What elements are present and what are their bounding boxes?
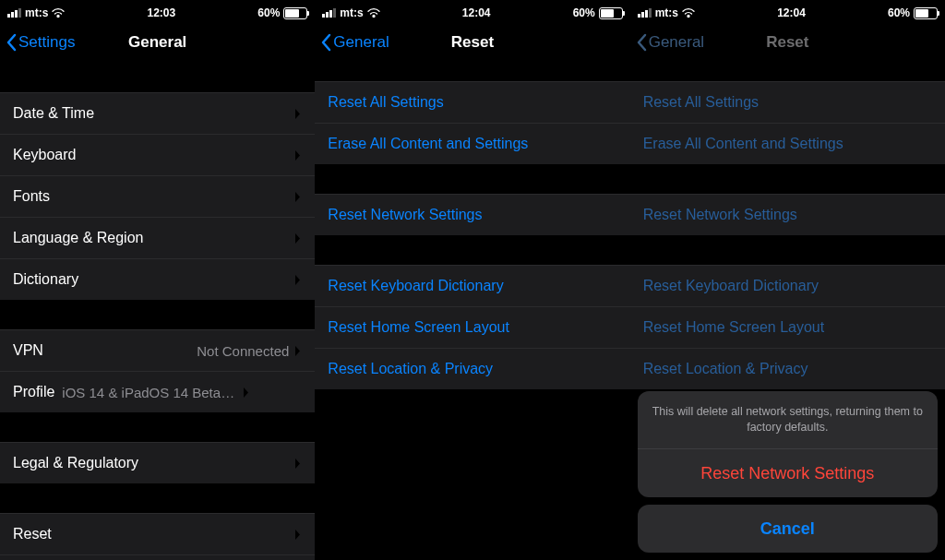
row-label: Profile <box>13 384 54 400</box>
wifi-icon <box>52 8 65 18</box>
clock: 12:04 <box>777 6 806 19</box>
row-fonts[interactable]: Fonts <box>0 176 315 218</box>
row-reset-home-layout[interactable]: Reset Home Screen Layout <box>315 307 629 349</box>
phone-reset: mt:s 12:04 60% General Reset Reset All S… <box>315 0 629 560</box>
chevron-right-icon <box>294 529 302 541</box>
row-label: Reset All Settings <box>328 94 616 111</box>
row-label: Reset Home Screen Layout <box>643 319 932 336</box>
status-bar: mt:s 12:03 60% <box>0 0 315 22</box>
back-button[interactable]: Settings <box>0 33 75 52</box>
chevron-right-icon <box>294 191 302 203</box>
chevron-right-icon <box>294 458 302 470</box>
battery-percent: 60% <box>888 6 910 19</box>
row-reset-keyboard-dict[interactable]: Reset Keyboard Dictionary <box>315 266 629 307</box>
chevron-right-icon <box>294 232 302 244</box>
row-legal[interactable]: Legal & Regulatory <box>0 443 315 483</box>
carrier-label: mt:s <box>655 6 678 19</box>
row-label: Legal & Regulatory <box>13 455 294 471</box>
signal-icon <box>638 8 652 18</box>
wifi-icon <box>367 8 380 18</box>
row-label: Language & Region <box>13 230 294 246</box>
row-label: Reset Keyboard Dictionary <box>643 278 932 294</box>
carrier-label: mt:s <box>25 6 48 19</box>
chevron-left-icon <box>6 33 17 52</box>
row-label: VPN <box>13 342 197 359</box>
row-label: Erase All Content and Settings <box>643 136 932 152</box>
row-label: Keyboard <box>13 147 294 163</box>
row-reset-keyboard-dict: Reset Keyboard Dictionary <box>630 266 945 307</box>
row-label: Reset Home Screen Layout <box>328 319 616 336</box>
row-keyboard[interactable]: Keyboard <box>0 135 315 176</box>
back-label: General <box>649 33 704 52</box>
row-reset-location-privacy[interactable]: Reset Location & Privacy <box>315 349 629 389</box>
row-label: Reset Location & Privacy <box>643 361 932 377</box>
row-label: Dictionary <box>13 271 294 288</box>
signal-icon <box>7 8 21 18</box>
action-sheet: This will delete all network settings, r… <box>638 391 938 553</box>
row-language-region[interactable]: Language & Region <box>0 218 315 259</box>
row-label: Reset Location & Privacy <box>328 361 616 377</box>
phone-general: mt:s 12:03 60% Settings General Date & T… <box>0 0 315 560</box>
clock: 12:03 <box>147 6 175 19</box>
chevron-right-icon <box>243 387 250 399</box>
row-erase-all[interactable]: Erase All Content and Settings <box>315 124 629 164</box>
row-label: Reset Network Settings <box>328 207 616 223</box>
back-label: General <box>333 33 389 52</box>
status-bar: mt:s 12:04 60% <box>315 0 629 22</box>
row-reset-all-settings: Reset All Settings <box>630 82 945 124</box>
nav-bar: General Reset <box>315 22 629 63</box>
battery-icon <box>599 7 623 19</box>
row-profile[interactable]: ProfileiOS 14 & iPadOS 14 Beta Softwar..… <box>0 372 315 412</box>
row-shut-down[interactable]: Shut Down <box>0 555 315 560</box>
row-label: Reset <box>13 526 294 542</box>
back-label: Settings <box>18 33 75 52</box>
wifi-icon <box>682 8 695 18</box>
back-button[interactable]: General <box>315 33 389 52</box>
row-label: Reset Keyboard Dictionary <box>328 278 616 294</box>
row-label: Fonts <box>13 188 294 205</box>
nav-bar: General Reset <box>630 22 945 63</box>
row-reset-network[interactable]: Reset Network Settings <box>315 195 629 235</box>
row-value: iOS 14 & iPadOS 14 Beta Softwar... <box>62 385 237 400</box>
row-reset-all-settings[interactable]: Reset All Settings <box>315 82 629 124</box>
row-reset-network: Reset Network Settings <box>630 195 945 235</box>
confirm-reset-button[interactable]: Reset Network Settings <box>638 449 938 497</box>
battery-percent: 60% <box>257 6 280 19</box>
clock: 12:04 <box>462 6 491 19</box>
status-bar: mt:s 12:04 60% <box>630 0 945 22</box>
carrier-label: mt:s <box>340 6 363 19</box>
chevron-right-icon <box>294 149 302 161</box>
chevron-left-icon <box>320 33 331 52</box>
chevron-right-icon <box>294 108 302 120</box>
row-label: Date & Time <box>13 105 294 122</box>
row-dictionary[interactable]: Dictionary <box>0 259 315 300</box>
action-sheet-message: This will delete all network settings, r… <box>638 391 938 449</box>
row-label: Reset All Settings <box>643 94 932 111</box>
chevron-left-icon <box>636 33 647 52</box>
chevron-right-icon <box>294 345 302 357</box>
nav-bar: Settings General <box>0 22 315 63</box>
row-date-time[interactable]: Date & Time <box>0 93 315 135</box>
chevron-right-icon <box>294 274 302 286</box>
signal-icon <box>322 8 336 18</box>
battery-icon <box>914 7 938 19</box>
row-label: Erase All Content and Settings <box>328 136 616 152</box>
row-erase-all: Erase All Content and Settings <box>630 124 945 164</box>
row-label: Reset Network Settings <box>643 207 932 223</box>
back-button: General <box>630 33 704 52</box>
phone-reset-confirm: mt:s 12:04 60% General Reset Reset All S… <box>630 0 945 560</box>
row-reset-home-layout: Reset Home Screen Layout <box>630 307 945 349</box>
battery-percent: 60% <box>573 6 595 19</box>
cancel-button[interactable]: Cancel <box>638 505 938 553</box>
row-vpn[interactable]: VPNNot Connected <box>0 330 315 372</box>
row-reset-location-privacy: Reset Location & Privacy <box>630 349 945 389</box>
battery-icon <box>283 7 307 19</box>
row-value: Not Connected <box>197 343 289 359</box>
row-reset[interactable]: Reset <box>0 514 315 555</box>
